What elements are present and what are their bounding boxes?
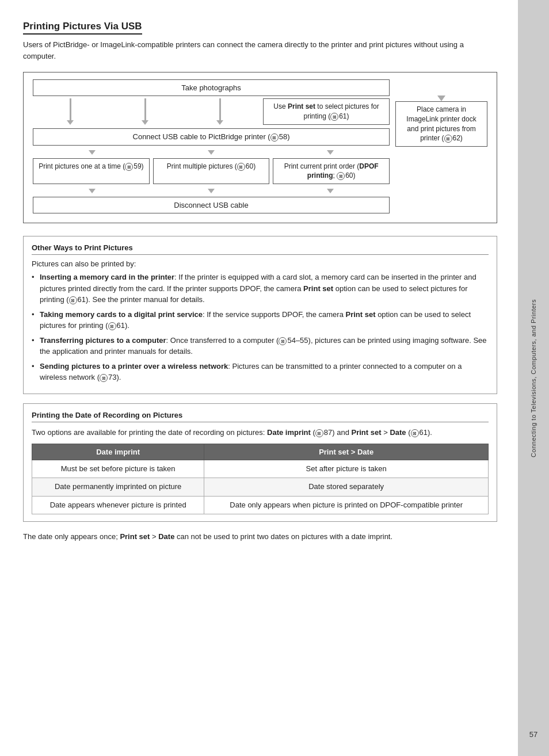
bullet2-bold2: Print set xyxy=(346,310,376,319)
flow-diagram: Take photographs xyxy=(23,72,497,223)
v-line-1 xyxy=(70,98,71,120)
print-set-bold: Print set xyxy=(288,102,315,110)
flow-main-left: Take photographs xyxy=(33,79,390,216)
table-header-row: Date imprint Print set > Date xyxy=(32,444,489,460)
footer-bold2: Date xyxy=(158,532,174,541)
arrow-col-4 xyxy=(33,150,152,155)
ref-icon-5: ⊠ xyxy=(337,172,345,180)
ref-icon-9: ⊠ xyxy=(279,337,287,345)
arrow-row-2 xyxy=(33,150,390,155)
arrow-col-7 xyxy=(33,189,152,193)
right-arrow-down xyxy=(437,96,445,101)
ref-icon-12: ⊠ xyxy=(411,429,419,437)
v-line-3 xyxy=(219,98,221,120)
arrow-row-1: Use Print set to select pictures for pri… xyxy=(33,98,390,125)
date-bold: Date xyxy=(390,428,406,437)
main-content: Printing Pictures Via USB Users of PictB… xyxy=(0,0,518,756)
v-arrow-2 xyxy=(142,120,148,125)
v-arrow-1 xyxy=(67,120,74,125)
ref-icon-10: ⊠ xyxy=(100,374,108,382)
take-photos-box: Take photographs xyxy=(33,79,390,96)
bullet1-bold2: Print set xyxy=(303,284,333,293)
list-item-1: Inserting a memory card in the printer: … xyxy=(32,272,489,306)
ref-icon-11: ⊠ xyxy=(315,429,323,437)
connect-usb-box: Connect USB cable to PictBridge printer … xyxy=(33,128,390,146)
other-ways-box: Other Ways to Print Pictures Pictures ca… xyxy=(23,236,497,394)
v-arrow-3 xyxy=(216,120,223,125)
row1-col2: Set after picture is taken xyxy=(204,460,489,478)
date-section-title: Printing the Date of Recording on Pictur… xyxy=(32,411,489,422)
other-ways-intro: Pictures can also be printed by: xyxy=(32,259,489,268)
col1-header: Date imprint xyxy=(32,444,204,460)
box-dpof: Print current print order (DPOF printing… xyxy=(273,158,390,185)
flow-top-area: Take photographs xyxy=(33,79,487,216)
print-set-bold2: Print set xyxy=(352,428,382,437)
other-ways-list: Inserting a memory card in the printer: … xyxy=(32,272,489,383)
list-item-2: Taking memory cards to a digital print s… xyxy=(32,309,489,331)
v-arrow-9 xyxy=(327,189,334,193)
box-print-multiple: Print multiple pictures (⊠60) xyxy=(153,158,270,185)
disconnect-usb-box: Disconnect USB cable xyxy=(33,197,390,213)
row2-col1: Date permanently imprinted on picture xyxy=(32,478,204,496)
arrow-col-6 xyxy=(270,150,390,155)
v-arrow-6 xyxy=(327,150,334,155)
arrow-col-2 xyxy=(108,98,182,125)
print-set-box: Use Print set to select pictures for pri… xyxy=(263,98,390,125)
col2-header: Print set > Date xyxy=(204,444,489,460)
page-title: Printing Pictures Via USB xyxy=(23,21,142,35)
intro-text: Users of PictBridge- or ImageLink-compat… xyxy=(23,39,497,62)
ref-icon-3: ⊠ xyxy=(125,163,133,171)
bullet3-bold: Transferring pictures to a computer xyxy=(40,336,166,345)
footer-note: The date only appears once; Print set > … xyxy=(23,531,497,543)
list-item-3: Transferring pictures to a computer: Onc… xyxy=(32,335,489,357)
row1-col1: Must be set before picture is taken xyxy=(32,460,204,478)
row2-col2: Date stored separately xyxy=(204,478,489,496)
list-item-4: Sending pictures to a printer over a wir… xyxy=(32,361,489,383)
sidebar: Connecting to Televisions, Computers, an… xyxy=(518,0,549,756)
flow-main-right: Place camera in ImageLink printer dock a… xyxy=(395,79,487,147)
print-set-side: Use Print set to select pictures for pri… xyxy=(257,98,390,125)
table-row: Date permanently imprinted on picture Da… xyxy=(32,478,489,496)
arrow-col-9 xyxy=(270,189,390,193)
page-ref-icon-2: ⊠ xyxy=(270,133,279,142)
arrow-col-5 xyxy=(152,150,271,155)
sidebar-label: Connecting to Televisions, Computers, an… xyxy=(530,299,537,457)
ref-icon-7: ⊠ xyxy=(69,296,77,304)
v-line-2 xyxy=(144,98,146,120)
ref-icon-8: ⊠ xyxy=(108,322,116,330)
date-table: Date imprint Print set > Date Must be se… xyxy=(32,444,489,514)
box-print-one: Print pictures one at a time (⊠59) xyxy=(33,158,150,185)
bullet2-bold: Taking memory cards to a digital print s… xyxy=(40,310,203,319)
table-row: Must be set before picture is taken Set … xyxy=(32,460,489,478)
v-arrow-5 xyxy=(208,150,215,155)
page-ref-icon: ⊠ xyxy=(330,113,338,121)
right-v-arrow xyxy=(437,96,445,101)
arrow-row-3 xyxy=(33,189,390,193)
table-row: Date appears whenever picture is printed… xyxy=(32,496,489,514)
page-number: 57 xyxy=(518,730,549,739)
arrow-col-3 xyxy=(182,98,257,125)
other-ways-title: Other Ways to Print Pictures xyxy=(32,243,489,255)
left-arrows xyxy=(33,98,257,125)
arrow-col-8 xyxy=(152,189,271,193)
bullet4-bold: Sending pictures to a printer over a wir… xyxy=(40,362,228,371)
date-imprint-bold: Date imprint xyxy=(267,428,311,437)
page: Printing Pictures Via USB Users of PictB… xyxy=(0,0,549,756)
row3-col1: Date appears whenever picture is printed xyxy=(32,496,204,514)
three-boxes: Print pictures one at a time (⊠59) Print… xyxy=(33,158,390,185)
imagelink-box: Place camera in ImageLink printer dock a… xyxy=(395,101,487,147)
date-section: Printing the Date of Recording on Pictur… xyxy=(23,403,497,522)
row3-col2: Date only appears when picture is printe… xyxy=(204,496,489,514)
date-intro: Two options are available for printing t… xyxy=(32,427,489,438)
v-arrow-4 xyxy=(89,150,96,155)
v-arrow-8 xyxy=(208,189,215,193)
ref-icon-4: ⊠ xyxy=(237,163,245,171)
table-body: Must be set before picture is taken Set … xyxy=(32,460,489,514)
ref-icon-6: ⊠ xyxy=(444,135,452,143)
v-arrow-7 xyxy=(89,189,96,193)
bullet1-bold: Inserting a memory card in the printer xyxy=(40,273,174,281)
footer-bold1: Print set xyxy=(120,532,150,541)
arrow-col-1 xyxy=(33,98,108,125)
